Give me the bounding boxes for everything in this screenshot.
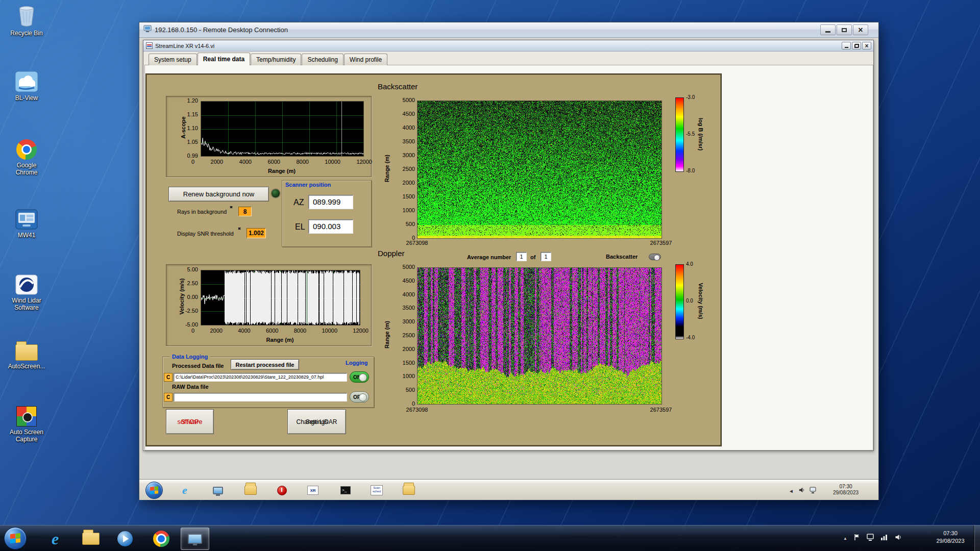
rdp-close-button[interactable]: × [853, 24, 868, 35]
tray-expand-icon[interactable]: ▲ [843, 536, 847, 541]
remote-task-folder[interactable] [401, 483, 416, 497]
average-first-field[interactable]: 1 [516, 252, 527, 261]
velocity-plot [201, 270, 360, 325]
rdp-maximize-button[interactable] [837, 24, 852, 35]
start-button[interactable] [4, 527, 27, 549]
desktop-icon-label: Wind Lidar Software [6, 297, 47, 311]
speaker-icon[interactable] [798, 486, 805, 495]
action-center-flag-icon[interactable] [853, 534, 861, 543]
remote-task-bl-view[interactable] [243, 483, 258, 497]
desktop-icon-autoscreen[interactable]: AutoScreen... [2, 337, 51, 370]
app-minimize-button[interactable] [842, 42, 851, 49]
taskbar-media-player[interactable] [113, 528, 137, 550]
network-icon[interactable] [880, 534, 888, 543]
az-label: AZ [293, 198, 304, 207]
renew-background-button[interactable]: Renew background now [168, 187, 269, 202]
app-restore-button[interactable] [852, 42, 861, 49]
taskbar-remote-desktop-active[interactable] [181, 528, 209, 550]
taskbar-chrome[interactable] [149, 528, 174, 550]
desktop-icon-label: Auto Screen Capture [6, 429, 47, 443]
average-of-label: of [530, 254, 535, 260]
el-value-field[interactable]: 090.003 [308, 219, 353, 234]
desktop-icon-auto-screen-capture[interactable]: Auto Screen Capture [2, 403, 51, 443]
backscatter-colorbar-label: log B (/m/sr) [698, 111, 704, 157]
average-second-field[interactable]: 1 [541, 252, 551, 261]
tab-real-time-data[interactable]: Real time data [198, 53, 250, 65]
tick-label: 2000 [403, 346, 415, 352]
remote-task-internet-explorer[interactable]: e [177, 483, 192, 497]
chrome-icon [2, 136, 51, 160]
show-desktop-button[interactable] [974, 525, 980, 551]
remote-task-computer[interactable] [210, 483, 226, 497]
console-icon: >_ [340, 486, 351, 494]
volume-icon[interactable] [894, 534, 902, 543]
host-clock[interactable]: 07:30 29/08/2023 [930, 530, 971, 545]
tick-label: 2500 [403, 333, 415, 338]
auto-screen-capture-icon [2, 403, 51, 427]
ascope-x-axis-label: Range (m) [201, 168, 363, 174]
remote-task-console[interactable]: >_ [338, 483, 353, 497]
desktop-icon-recycle-bin[interactable]: Recycle Bin [2, 4, 51, 37]
processed-path-field[interactable]: C:\Lidar\Data\Proc\2023\202308\20230829\… [174, 373, 347, 382]
tick-label: 1.05 [187, 139, 198, 145]
rdp-titlebar[interactable]: 192.168.0.150 - Remote Desktop Connectio… [139, 22, 878, 38]
tick-label: 1.20 [187, 98, 198, 104]
rays-value-field[interactable]: 8 [238, 207, 252, 216]
desktop: Recycle Bin BL-View Google Chrome [0, 0, 980, 551]
desktop-icon-google-chrome[interactable]: Google Chrome [2, 136, 51, 176]
desktop-icon-label: MW41 [6, 232, 47, 239]
tick-label: 1500 [403, 194, 415, 199]
desktop-icon-mw41[interactable]: MW41 [2, 206, 51, 239]
az-value-field[interactable]: 089.999 [308, 195, 353, 209]
remote-clock[interactable]: 07:30 29/08/2023 [827, 484, 864, 496]
rdp-minimize-button[interactable] [820, 24, 836, 35]
tab-system-setup[interactable]: System setup [149, 54, 197, 65]
tick-label: 6000 [266, 328, 278, 334]
tick-label: 3500 [403, 139, 415, 144]
tick-label: 4000 [239, 159, 252, 165]
remote-task-power[interactable] [274, 483, 289, 497]
snr-spinner[interactable] [239, 228, 245, 238]
backscatter-doppler-toggle[interactable] [649, 254, 661, 260]
restart-processed-file-button[interactable]: Restart processed file [231, 359, 299, 370]
raw-drive-icon[interactable]: C [164, 393, 173, 402]
processed-logging-on-switch[interactable]: ON [350, 371, 369, 383]
remote-desktop: StreamLine XR v14-6.vi × System setup Re… [139, 38, 878, 500]
raw-logging-off-switch[interactable]: OFF [350, 391, 369, 403]
doppler-colorbar [675, 264, 684, 339]
tick-label: 10000 [322, 328, 337, 334]
app-close-button[interactable]: × [862, 42, 871, 49]
tick-label: 0 [191, 328, 194, 334]
tick-label: 0 [191, 159, 194, 165]
tab-wind-profile[interactable]: Wind profile [344, 54, 387, 65]
rays-spinner[interactable] [231, 207, 237, 216]
tick-label: 12000 [356, 159, 372, 165]
data-logging-title: Data Logging [170, 354, 210, 360]
streamline-titlebar[interactable]: StreamLine XR v14-6.vi × [143, 40, 873, 52]
snr-value-field[interactable]: 1.002 [247, 228, 266, 238]
logging-label: Logging [346, 360, 368, 366]
change-lidar-settings-button[interactable]: Change LiDAR Settings [287, 409, 346, 434]
tick-label: 4000 [403, 125, 415, 131]
taskbar-internet-explorer[interactable]: e [43, 528, 67, 550]
stop-software-button[interactable]: STOP software [166, 409, 214, 434]
doppler-map-title: Doppler [378, 249, 405, 258]
remote-clock-time: 07:30 [827, 484, 864, 490]
desktop-icon-wind-lidar[interactable]: Wind Lidar Software [2, 271, 51, 311]
remote-start-button[interactable] [145, 482, 163, 499]
processed-drive-icon[interactable]: C [164, 373, 173, 382]
raw-path-field[interactable] [174, 393, 347, 402]
desktop-icon-bl-view[interactable]: BL-View [2, 69, 51, 102]
tray-collapse-icon[interactable]: ◄ [789, 488, 794, 494]
taskbar-windows-explorer[interactable] [79, 528, 103, 550]
media-player-icon [117, 531, 133, 546]
labview-vi-icon [146, 42, 153, 49]
mw41-icon [2, 206, 51, 230]
doppler-heatmap [417, 267, 662, 405]
display-icon[interactable] [867, 534, 874, 543]
network-icon[interactable] [810, 486, 817, 495]
remote-task-scan-scheduler[interactable]: Scan sched [369, 483, 384, 497]
tab-temp-humidity[interactable]: Temp/humidity [251, 54, 301, 65]
remote-task-streamline-xr[interactable]: XR [305, 483, 321, 497]
tab-scheduling[interactable]: Scheduling [302, 54, 343, 65]
